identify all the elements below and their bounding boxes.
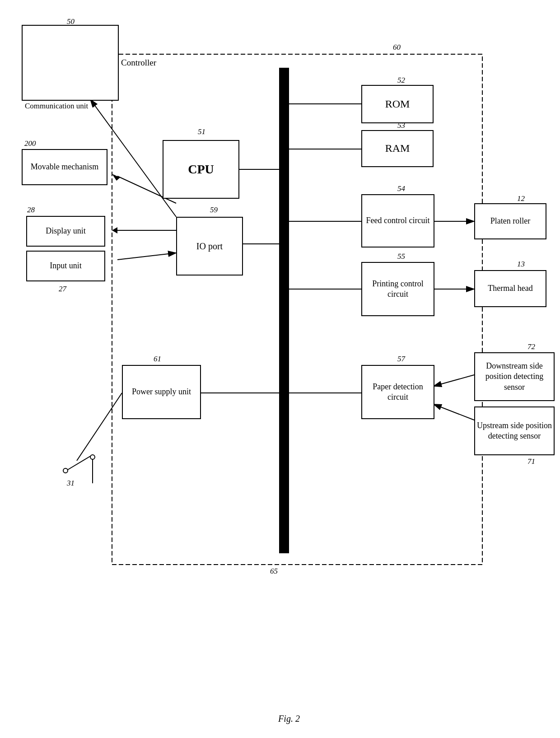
comm-unit-outer	[22, 25, 119, 101]
svg-marker-14	[284, 146, 289, 152]
downstream-sensor-box: Downstream side position detecting senso…	[474, 352, 555, 401]
ref-54: 54	[397, 184, 405, 193]
svg-marker-17	[284, 218, 289, 224]
svg-marker-38	[112, 174, 120, 181]
ref-53: 53	[397, 121, 405, 130]
ref-55: 55	[397, 252, 405, 261]
svg-marker-8	[279, 166, 285, 173]
ref-65: 65	[270, 567, 278, 576]
ref-13: 13	[517, 260, 525, 269]
ref-57: 57	[397, 355, 405, 364]
svg-line-33	[434, 404, 474, 420]
ram-box: RAM	[361, 130, 434, 167]
svg-marker-24	[279, 241, 285, 247]
display-unit-box: Display unit	[26, 216, 105, 247]
paper-detection-box: Paper detection circuit	[361, 365, 434, 419]
ref-72: 72	[527, 342, 535, 351]
svg-marker-20	[284, 286, 289, 292]
svg-line-41	[68, 456, 90, 470]
svg-line-32	[434, 375, 474, 386]
io-port-box: IO port	[176, 217, 243, 276]
ref-52: 52	[397, 76, 405, 85]
printing-control-box: Printing control circuit	[361, 262, 434, 316]
svg-line-36	[117, 253, 176, 260]
fig-caption: Fig. 2	[244, 714, 334, 724]
svg-marker-11	[284, 101, 289, 107]
input-unit-box: Input unit	[26, 251, 105, 281]
svg-rect-5	[279, 68, 289, 553]
svg-marker-35	[112, 227, 117, 234]
platen-roller-box: Platen roller	[474, 203, 546, 239]
ref-71: 71	[527, 457, 535, 466]
movable-mechanism-box: Movable mechanism	[22, 149, 107, 185]
feed-control-box: Feed control circuit	[361, 194, 434, 248]
ref-200: 200	[24, 139, 36, 148]
ref-12: 12	[517, 194, 525, 203]
thermal-head-box: Thermal head	[474, 270, 546, 307]
ref-59: 59	[210, 206, 218, 215]
ref-31: 31	[67, 479, 75, 488]
power-supply-box: Power supply unit	[122, 365, 201, 419]
ref-60: 60	[393, 43, 401, 52]
cpu-box: CPU	[163, 140, 239, 199]
comm-unit-label: Communication unit	[25, 102, 88, 111]
ref-27: 27	[59, 285, 66, 294]
svg-marker-27	[284, 390, 289, 396]
ref-61: 61	[154, 355, 161, 364]
svg-point-42	[63, 468, 68, 473]
rom-box: ROM	[361, 85, 434, 123]
controller-label: Controller	[121, 58, 156, 68]
svg-point-43	[90, 455, 95, 459]
ref-51: 51	[198, 127, 205, 136]
svg-line-40	[77, 393, 122, 461]
ref-28: 28	[27, 206, 35, 215]
upstream-sensor-box: Upstream side position detecting sensor	[474, 406, 555, 455]
